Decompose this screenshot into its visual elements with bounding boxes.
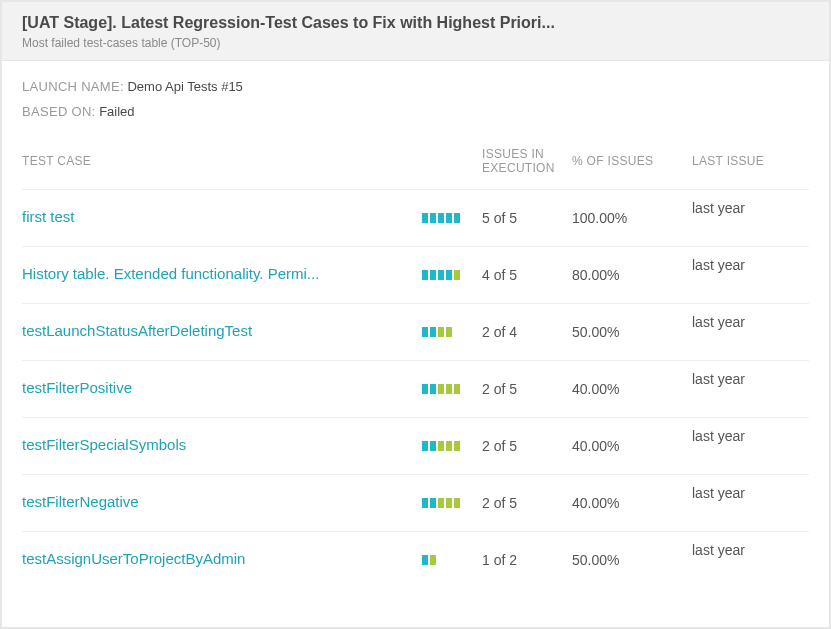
based-on-value: Failed <box>99 104 134 119</box>
last-issue: last year <box>672 247 809 304</box>
execution-bar <box>422 441 482 451</box>
table-row: testFilterNegative2 of 540.00%last year <box>22 475 809 532</box>
bar-segment-pass <box>446 441 452 451</box>
last-issue: last year <box>672 190 809 247</box>
bar-segment-fail <box>422 555 428 565</box>
table-body: first test5 of 5100.00%last yearHistory … <box>22 190 809 589</box>
table-row: testLaunchStatusAfterDeletingTest2 of 45… <box>22 304 809 361</box>
bar-segment-fail <box>438 213 444 223</box>
bar-segment-fail <box>422 213 428 223</box>
testcase-link[interactable]: testLaunchStatusAfterDeletingTest <box>22 322 252 339</box>
issues-percent: 100.00% <box>572 190 672 247</box>
testcase-link[interactable]: first test <box>22 208 75 225</box>
bar-segment-fail <box>430 384 436 394</box>
execution-bar <box>422 498 482 508</box>
bar-segment-fail <box>438 270 444 280</box>
bar-segment-pass <box>438 384 444 394</box>
top-failed-table: TEST CASE ISSUES IN EXECUTION % OF ISSUE… <box>22 139 809 588</box>
last-issue: last year <box>672 418 809 475</box>
bar-segment-pass <box>454 441 460 451</box>
issues-count: 5 of 5 <box>482 190 572 247</box>
issues-percent: 40.00% <box>572 418 672 475</box>
table-row: first test5 of 5100.00%last year <box>22 190 809 247</box>
issues-percent: 50.00% <box>572 304 672 361</box>
widget-header: [UAT Stage]. Latest Regression-Test Case… <box>2 2 829 61</box>
last-issue: last year <box>672 532 809 589</box>
col-header-issues[interactable]: ISSUES IN EXECUTION <box>482 139 572 190</box>
bar-segment-fail <box>454 213 460 223</box>
testcase-link[interactable]: History table. Extended functionality. P… <box>22 265 319 282</box>
bar-segment-pass <box>438 441 444 451</box>
last-issue: last year <box>672 304 809 361</box>
bar-segment-pass <box>454 384 460 394</box>
execution-bar <box>422 270 482 280</box>
issues-count: 1 of 2 <box>482 532 572 589</box>
bar-segment-pass <box>438 327 444 337</box>
table-row: testFilterSpecialSymbols2 of 540.00%last… <box>22 418 809 475</box>
issues-percent: 50.00% <box>572 532 672 589</box>
testcase-link[interactable]: testFilterNegative <box>22 493 139 510</box>
testcase-link[interactable]: testFilterSpecialSymbols <box>22 436 186 453</box>
execution-bar <box>422 555 482 565</box>
bar-segment-fail <box>446 213 452 223</box>
launch-meta: LAUNCH NAME: Demo Api Tests #15 <box>22 79 809 94</box>
launch-label: LAUNCH NAME: <box>22 79 124 94</box>
table-row: History table. Extended functionality. P… <box>22 247 809 304</box>
bar-segment-fail <box>430 441 436 451</box>
testcase-link[interactable]: testAssignUserToProjectByAdmin <box>22 550 245 567</box>
bar-segment-fail <box>430 498 436 508</box>
bar-segment-pass <box>446 327 452 337</box>
table-header-row: TEST CASE ISSUES IN EXECUTION % OF ISSUE… <box>22 139 809 190</box>
bar-segment-pass <box>430 555 436 565</box>
issues-count: 2 of 5 <box>482 475 572 532</box>
widget-container: [UAT Stage]. Latest Regression-Test Case… <box>0 0 831 629</box>
bar-segment-fail <box>446 270 452 280</box>
bar-segment-pass <box>454 270 460 280</box>
launch-value: Demo Api Tests #15 <box>127 79 242 94</box>
issues-percent: 40.00% <box>572 361 672 418</box>
col-header-bar <box>422 139 482 190</box>
bar-segment-pass <box>454 498 460 508</box>
bar-segment-pass <box>438 498 444 508</box>
issues-count: 2 of 5 <box>482 418 572 475</box>
widget-title: [UAT Stage]. Latest Regression-Test Case… <box>22 14 809 32</box>
table-row: testFilterPositive2 of 540.00%last year <box>22 361 809 418</box>
execution-bar <box>422 327 482 337</box>
bar-segment-fail <box>422 498 428 508</box>
testcase-link[interactable]: testFilterPositive <box>22 379 132 396</box>
widget-subtitle: Most failed test-cases table (TOP-50) <box>22 36 809 50</box>
last-issue: last year <box>672 361 809 418</box>
execution-bar <box>422 384 482 394</box>
based-on-meta: BASED ON: Failed <box>22 104 809 119</box>
table-row: testAssignUserToProjectByAdmin1 of 250.0… <box>22 532 809 589</box>
bar-segment-fail <box>430 327 436 337</box>
issues-count: 4 of 5 <box>482 247 572 304</box>
col-header-testcase[interactable]: TEST CASE <box>22 139 422 190</box>
col-header-pct[interactable]: % OF ISSUES <box>572 139 672 190</box>
bar-segment-fail <box>422 384 428 394</box>
bar-segment-fail <box>422 270 428 280</box>
bar-segment-pass <box>446 498 452 508</box>
bar-segment-pass <box>446 384 452 394</box>
bar-segment-fail <box>422 441 428 451</box>
issues-count: 2 of 5 <box>482 361 572 418</box>
widget-body: LAUNCH NAME: Demo Api Tests #15 BASED ON… <box>2 61 829 588</box>
bar-segment-fail <box>430 213 436 223</box>
execution-bar <box>422 213 482 223</box>
based-on-label: BASED ON: <box>22 104 96 119</box>
last-issue: last year <box>672 475 809 532</box>
bar-segment-fail <box>422 327 428 337</box>
bar-segment-fail <box>430 270 436 280</box>
issues-percent: 80.00% <box>572 247 672 304</box>
col-header-last[interactable]: LAST ISSUE <box>672 139 809 190</box>
issues-count: 2 of 4 <box>482 304 572 361</box>
issues-percent: 40.00% <box>572 475 672 532</box>
